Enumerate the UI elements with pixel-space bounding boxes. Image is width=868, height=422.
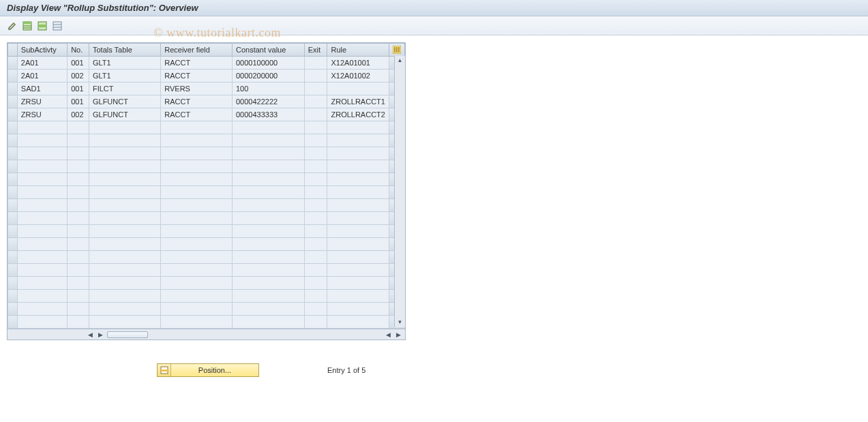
table-cell[interactable]: [327, 199, 389, 212]
table-cell[interactable]: [68, 186, 89, 199]
table-cell[interactable]: [327, 251, 389, 264]
horizontal-scrollbar[interactable]: ◀ ▶ ◀ ▶: [8, 329, 405, 340]
table-cell[interactable]: [89, 212, 160, 225]
row-selector[interactable]: [8, 173, 18, 186]
table-cell[interactable]: [17, 225, 67, 238]
table-cell[interactable]: [304, 147, 327, 160]
table-cell[interactable]: ZROLLRACCT2: [327, 108, 389, 121]
table-cell[interactable]: [89, 160, 160, 173]
table-cell[interactable]: [17, 251, 67, 264]
table-cell[interactable]: [304, 316, 327, 329]
table-cell[interactable]: ZROLLRACCT1: [327, 95, 389, 108]
table-cell[interactable]: [304, 225, 327, 238]
table-cell[interactable]: [161, 238, 233, 251]
table-cell[interactable]: [327, 316, 389, 329]
table-cell[interactable]: [17, 121, 67, 134]
table-cell[interactable]: [68, 251, 89, 264]
table-cell[interactable]: [161, 225, 233, 238]
table-cell[interactable]: X12A01001: [327, 57, 389, 70]
table-cell[interactable]: [161, 199, 233, 212]
row-selector[interactable]: [8, 186, 18, 199]
table-cell[interactable]: 0000422222: [232, 95, 304, 108]
table-cell[interactable]: [232, 160, 304, 173]
table-cell[interactable]: GLFUNCT: [89, 95, 160, 108]
table-cell[interactable]: [327, 225, 389, 238]
table-cell[interactable]: [17, 238, 67, 251]
row-selector[interactable]: [8, 303, 18, 316]
scroll-left-icon[interactable]: ◀: [87, 331, 94, 338]
col-constant-value[interactable]: Constant value: [232, 44, 304, 57]
table-cell[interactable]: [304, 264, 327, 277]
table-cell[interactable]: [68, 134, 89, 147]
scroll-right-start-icon[interactable]: ▶: [97, 331, 104, 338]
table-cell[interactable]: [17, 199, 67, 212]
scroll-down-icon[interactable]: ▼: [398, 319, 403, 326]
table-cell[interactable]: [17, 186, 67, 199]
scroll-right-icon[interactable]: ▶: [395, 331, 402, 338]
table-cell[interactable]: [232, 173, 304, 186]
row-selector[interactable]: [8, 277, 18, 290]
col-totals-table[interactable]: Totals Table: [89, 44, 160, 57]
table-cell[interactable]: [161, 121, 233, 134]
table-cell[interactable]: [17, 290, 67, 303]
row-selector[interactable]: [8, 134, 18, 147]
row-selector[interactable]: [8, 160, 18, 173]
row-selector[interactable]: [8, 238, 18, 251]
table-cell[interactable]: [304, 199, 327, 212]
table-cell[interactable]: [304, 238, 327, 251]
table-cell[interactable]: RACCT: [161, 95, 233, 108]
table-cell[interactable]: [68, 147, 89, 160]
table-cell[interactable]: [327, 264, 389, 277]
table-cell[interactable]: [161, 303, 233, 316]
table-cell[interactable]: FILCT: [89, 82, 160, 95]
table-cell[interactable]: [304, 134, 327, 147]
table-cell[interactable]: [89, 264, 160, 277]
row-selector[interactable]: [8, 147, 18, 160]
table-cell[interactable]: ZRSU: [17, 108, 67, 121]
table-cell[interactable]: [304, 186, 327, 199]
row-selector[interactable]: [8, 212, 18, 225]
table-cell[interactable]: 002: [68, 108, 89, 121]
table-cell[interactable]: 0000100000: [232, 57, 304, 70]
table-cell[interactable]: [89, 316, 160, 329]
table-cell[interactable]: 100: [232, 82, 304, 95]
table-cell[interactable]: 2A01: [17, 70, 67, 82]
col-exit[interactable]: Exit: [304, 44, 327, 57]
table-cell[interactable]: [89, 121, 160, 134]
table-cell[interactable]: [161, 212, 233, 225]
table-cell[interactable]: [89, 303, 160, 316]
table-cell[interactable]: [327, 290, 389, 303]
table-cell[interactable]: [68, 316, 89, 329]
configure-columns-button[interactable]: [389, 44, 404, 57]
table-cell[interactable]: [232, 134, 304, 147]
table-cell[interactable]: [161, 264, 233, 277]
row-selector[interactable]: [8, 121, 18, 134]
row-selector[interactable]: [8, 108, 18, 121]
table-cell[interactable]: 001: [68, 82, 89, 95]
table-cell[interactable]: [89, 225, 160, 238]
table-cell[interactable]: RACCT: [161, 108, 233, 121]
table-cell[interactable]: [304, 277, 327, 290]
table-cell[interactable]: [232, 277, 304, 290]
row-selector[interactable]: [8, 264, 18, 277]
table-cell[interactable]: RVERS: [161, 82, 233, 95]
table-cell[interactable]: [17, 173, 67, 186]
table-cell[interactable]: [232, 238, 304, 251]
table-cell[interactable]: [232, 264, 304, 277]
table-cell[interactable]: [17, 277, 67, 290]
table-cell[interactable]: [89, 134, 160, 147]
table-cell[interactable]: [232, 290, 304, 303]
table-cell[interactable]: [232, 303, 304, 316]
table-cell[interactable]: [89, 186, 160, 199]
table-cell[interactable]: [17, 134, 67, 147]
table-cell[interactable]: [17, 212, 67, 225]
table-cell[interactable]: [161, 316, 233, 329]
select-all-button[interactable]: [22, 20, 33, 31]
row-selector[interactable]: [8, 199, 18, 212]
table-cell[interactable]: [89, 251, 160, 264]
row-selector[interactable]: [8, 82, 18, 95]
table-cell[interactable]: [89, 290, 160, 303]
row-selector[interactable]: [8, 57, 18, 70]
col-rule[interactable]: Rule: [327, 44, 389, 57]
table-cell[interactable]: [232, 121, 304, 134]
